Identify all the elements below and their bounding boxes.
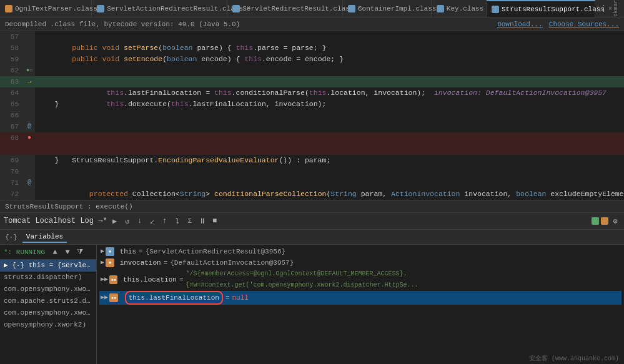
debug-row-invocation: ▶ ● invocation = {DefaultActionInvocatio… bbox=[99, 257, 622, 268]
servlet-action-icon bbox=[97, 5, 104, 12]
servlet-redirect-icon bbox=[232, 5, 240, 12]
invocation-expand-arrow[interactable]: ▶ bbox=[101, 257, 104, 268]
tab-servlet-redirect[interactable]: ServletRedirectResult.class × bbox=[227, 0, 343, 17]
tab-overflow[interactable]: ⋮ bbox=[595, 0, 612, 17]
info-bar: Decompiled .class file, bytecode version… bbox=[0, 17, 624, 31]
line-71: 71 @ protected Collection<String> condit… bbox=[0, 177, 624, 189]
watermark: 安全客 (www.anquanke.com) bbox=[529, 354, 619, 363]
step-out-btn[interactable]: ↑ bbox=[160, 216, 170, 226]
run-to-cursor-btn[interactable]: ⤵ bbox=[172, 216, 182, 226]
line-57: 57 public void setParse(boolean parse) {… bbox=[0, 31, 624, 42]
line-64: 64 this.doExecute(this.lastFinalLocation… bbox=[0, 87, 624, 99]
location-key: this.location bbox=[119, 274, 176, 285]
invocation-icon: ● bbox=[106, 258, 114, 267]
this-expand-arrow[interactable]: ▶ bbox=[101, 246, 104, 257]
choose-sources-link[interactable]: Choose Sources... bbox=[549, 21, 619, 28]
invocation-val: {DefaultActionInvocation@3957} bbox=[170, 257, 294, 268]
breadcrumb: StrutsResultSupport : execute() bbox=[5, 203, 133, 210]
debug-variables: ▶ ● this = {ServletActionRedirectResult@… bbox=[97, 245, 624, 364]
line-66: 66 bbox=[0, 110, 624, 121]
info-text: Decompiled .class file, bytecode version… bbox=[5, 21, 240, 28]
stack-item-1[interactable]: struts2.dispatcher) bbox=[0, 272, 96, 283]
bookmarks-tab[interactable]: Bookmarks bbox=[612, 0, 620, 17]
lastfinal-oval: this.lastFinalLocation bbox=[125, 291, 223, 305]
up-btn[interactable]: ▲ bbox=[50, 247, 60, 257]
debug-row-lastfinallocation[interactable]: ▶▶ ●● this.lastFinalLocation = null bbox=[99, 291, 622, 305]
step-into-btn[interactable]: ↙ bbox=[147, 216, 157, 226]
variables-bar: {·} Variables bbox=[0, 230, 624, 245]
line-67: 67 @ protected String conditionalParse(S… bbox=[0, 121, 624, 132]
tomcat-bar: Tomcat Localhost Log →* ▶ ↺ ↓ ↙ ↑ ⤵ Σ ⏸ … bbox=[0, 212, 624, 230]
debug-tree: ▶ ● this = {ServletActionRedirectResult@… bbox=[97, 245, 624, 306]
breadcrumb-bar: StrutsResultSupport : execute() bbox=[0, 200, 624, 212]
lastfinal-val: null bbox=[232, 292, 249, 303]
tab-servlet-action[interactable]: ServletActionRedirectResult.class × bbox=[92, 0, 227, 17]
line-68: 68 ● return this.parse && param != null … bbox=[0, 132, 624, 144]
stack-item-0[interactable]: ▶ {·} this = {ServletActionRedire bbox=[0, 260, 96, 272]
down-btn[interactable]: ▼ bbox=[62, 247, 72, 257]
debug-toolbar: *: RUNNING ▲ ▼ ⧩ bbox=[0, 245, 96, 260]
stop-btn[interactable]: ■ bbox=[210, 216, 220, 226]
line-58: 58 public void setEncode(boolean encode)… bbox=[0, 42, 624, 54]
debug-status: *: RUNNING bbox=[4, 248, 45, 256]
debug-row-this: ▶ ● this = {ServletActionRedirectResult@… bbox=[99, 246, 622, 257]
variables-tab[interactable]: Variables bbox=[22, 232, 67, 243]
ognl-icon bbox=[5, 5, 12, 12]
debug-row-location: ▶▶ ●● this.location = */S{#memberAccess=… bbox=[99, 268, 622, 291]
lastfinal-icon: ●● bbox=[109, 293, 118, 302]
yellow-indicator bbox=[601, 217, 608, 225]
line-59: 59 bbox=[0, 54, 624, 65]
this-key: this bbox=[116, 246, 136, 257]
location-expand-arrow[interactable]: ▶▶ bbox=[101, 274, 108, 285]
this-icon: ● bbox=[106, 247, 114, 256]
location-icon: ●● bbox=[109, 275, 117, 284]
pause-btn[interactable]: ⏸ bbox=[197, 216, 207, 226]
location-val: */S{#memberAccess=@ognl.OgnlContext@DEFA… bbox=[186, 268, 620, 291]
line-62: 62 ●○ public void execute(ActionInvocati… bbox=[0, 65, 624, 76]
tab-container[interactable]: ContainerImpl.class × bbox=[343, 0, 432, 17]
filter-btn[interactable]: ⧩ bbox=[75, 247, 85, 257]
line-65: 65 } bbox=[0, 99, 624, 110]
tab-bar: OgnlTextParser.class × ServletActionRedi… bbox=[0, 0, 624, 17]
stack-item-5[interactable]: opensymphony.xwork2) bbox=[0, 319, 96, 331]
step-over-btn[interactable]: ↓ bbox=[135, 216, 145, 226]
play-btn[interactable]: ▶ bbox=[110, 216, 120, 226]
stack-item-4[interactable]: com.opensymphony.xwork2. bbox=[0, 307, 96, 319]
key-icon bbox=[437, 5, 444, 12]
settings-btn[interactable]: ⚙ bbox=[610, 216, 620, 226]
stack-item-2[interactable]: com.opensymphony.xwork2.d... bbox=[0, 283, 96, 295]
evaluate-btn[interactable]: Σ bbox=[185, 216, 195, 226]
rerun-btn[interactable]: ↺ bbox=[122, 216, 132, 226]
line-68-cont: StrutsResultSupport.EncodingParsedValueE… bbox=[0, 144, 624, 155]
stack-item-3[interactable]: com.apache.struts2.dispatc... bbox=[0, 295, 96, 307]
debug-call-stack: *: RUNNING ▲ ▼ ⧩ ▶ {·} this = {ServletAc… bbox=[0, 245, 97, 364]
line-70: 70 bbox=[0, 166, 624, 177]
line-69: 69 } bbox=[0, 155, 624, 166]
code-editor: 57 public void setParse(boolean parse) {… bbox=[0, 31, 624, 200]
green-indicator bbox=[592, 217, 599, 225]
line-63: 63 → this.lastFinalLocation = this.condi… bbox=[0, 76, 624, 87]
container-icon bbox=[348, 5, 355, 12]
this-val: {ServletActionRedirectResult@3956} bbox=[146, 246, 285, 257]
lastfinal-expand-arrow[interactable]: ▶▶ bbox=[101, 292, 108, 303]
tab-key[interactable]: Key.class × bbox=[432, 0, 487, 17]
download-link[interactable]: Download... bbox=[497, 21, 543, 28]
tab-struts[interactable]: StrutsResultSupport.class × bbox=[487, 0, 595, 17]
debug-panel: *: RUNNING ▲ ▼ ⧩ ▶ {·} this = {ServletAc… bbox=[0, 245, 624, 364]
lastfinal-key bbox=[119, 292, 124, 303]
struts-icon bbox=[492, 6, 499, 13]
invocation-key: invocation bbox=[116, 257, 161, 268]
line-72: 72 if (this.parse && param != null && in… bbox=[0, 189, 624, 200]
tomcat-title: Tomcat Localhost Log →* bbox=[4, 217, 107, 225]
tab-ognl[interactable]: OgnlTextParser.class × bbox=[0, 0, 92, 17]
